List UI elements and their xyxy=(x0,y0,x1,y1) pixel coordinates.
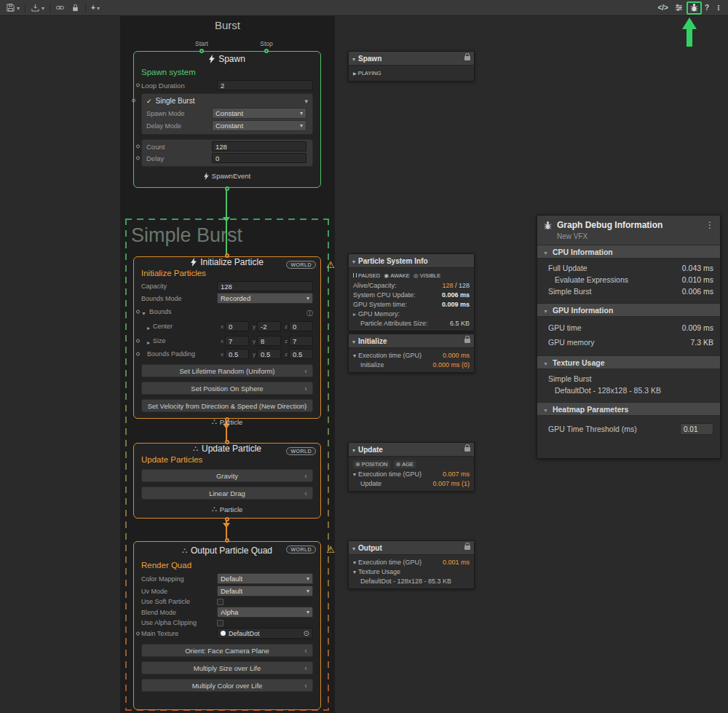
block-gravity[interactable]: Gravity xyxy=(141,469,313,482)
block-set-lifetime[interactable]: Set Lifetime Random (Uniform) xyxy=(141,364,313,377)
foldout-open-icon[interactable] xyxy=(543,248,548,256)
update-output-port[interactable] xyxy=(225,517,229,521)
output-input-port[interactable] xyxy=(225,538,229,543)
lock-icon[interactable] xyxy=(464,447,470,452)
color-mapping-dropdown[interactable]: Default xyxy=(217,573,313,584)
main-texture-object-field[interactable]: DefaultDot xyxy=(217,628,313,639)
lock-button[interactable] xyxy=(68,1,83,15)
foldout-closed-icon[interactable] xyxy=(353,310,356,318)
save-button[interactable] xyxy=(3,1,23,15)
debug-panel-header[interactable]: Graph Debug Information ⋮ New VFX xyxy=(537,216,720,245)
spawn-mode-dropdown[interactable]: Constant xyxy=(212,108,306,119)
soft-particle-checkbox[interactable] xyxy=(217,599,223,605)
initialize-input-port[interactable] xyxy=(225,253,229,258)
chevron-down-icon[interactable] xyxy=(353,559,356,566)
padding-y-field[interactable] xyxy=(257,349,281,359)
block-multiply-color[interactable]: Multiply Color over Life xyxy=(141,679,313,692)
output-node-header[interactable]: Output Particle Quad WORLD xyxy=(134,542,320,559)
center-z-field[interactable] xyxy=(289,321,313,331)
single-burst-header[interactable]: Single Burst xyxy=(146,95,308,107)
node-output-particle-quad[interactable]: ⚠ Output Particle Quad WORLD Render Quad… xyxy=(133,541,321,710)
blend-mode-dropdown[interactable]: Alpha xyxy=(217,607,313,618)
center-x-field[interactable] xyxy=(225,321,249,331)
chevron-down-icon[interactable] xyxy=(353,568,356,575)
node-initialize-particle[interactable]: ⚠ Initialize Particle WORLD Initialize P… xyxy=(133,256,321,419)
foldout-open-icon[interactable] xyxy=(543,358,548,367)
alpha-clipping-checkbox[interactable] xyxy=(217,620,223,626)
graph-canvas[interactable]: Burst Simple Burst Start Stop Spawn xyxy=(0,16,728,713)
spawn-node-header[interactable]: Spawn xyxy=(134,52,320,66)
update-input-port[interactable] xyxy=(225,440,229,444)
debug-bug-button[interactable] xyxy=(687,1,702,15)
object-picker-icon[interactable] xyxy=(304,629,309,637)
bounds-mode-dropdown[interactable]: Recorded xyxy=(217,293,313,304)
gpu-time-threshold-field[interactable] xyxy=(680,423,713,435)
size-y-field[interactable] xyxy=(257,336,281,346)
update-node-header[interactable]: Update Particle WORLD xyxy=(134,444,320,454)
block-set-position[interactable]: Set Position On Sphere xyxy=(141,382,313,395)
input-port-icon[interactable] xyxy=(132,99,135,103)
section-cpu-information[interactable]: CPU Information xyxy=(537,245,720,259)
padding-x-field[interactable] xyxy=(225,349,249,359)
chevron-down-icon[interactable] xyxy=(353,352,356,359)
block-linear-drag[interactable]: Linear Drag xyxy=(141,487,313,500)
input-port-icon[interactable] xyxy=(136,145,140,149)
chevron-down-icon[interactable] xyxy=(304,97,308,105)
chevron-down-icon[interactable] xyxy=(352,337,355,345)
section-heatmap-parameters[interactable]: Heatmap Parameters xyxy=(537,402,720,416)
section-gpu-information[interactable]: GPU Information xyxy=(537,303,720,317)
code-view-button[interactable]: </> xyxy=(654,1,670,15)
chevron-down-icon[interactable] xyxy=(352,446,355,454)
add-button[interactable]: + xyxy=(88,1,103,15)
spawn-stop-port[interactable] xyxy=(264,49,269,53)
lock-icon[interactable] xyxy=(464,339,470,343)
panel-initialize-header[interactable]: Initialize xyxy=(349,334,474,348)
foldout-open-icon[interactable] xyxy=(543,306,548,315)
panel-output-header[interactable]: Output xyxy=(349,541,474,555)
section-texture-usage[interactable]: Texture Usage xyxy=(537,355,720,369)
chevron-down-icon[interactable] xyxy=(353,470,356,478)
node-update-particle[interactable]: Update Particle WORLD Update Particles G… xyxy=(133,443,321,519)
spawn-start-port[interactable] xyxy=(199,49,204,53)
delay-mode-dropdown[interactable]: Constant xyxy=(212,120,306,131)
block-multiply-size[interactable]: Multiply Size over Life xyxy=(141,661,313,674)
chevron-down-icon[interactable] xyxy=(352,257,355,265)
count-field[interactable] xyxy=(212,141,306,151)
chevron-down-icon[interactable] xyxy=(352,55,355,63)
input-port-icon[interactable] xyxy=(136,310,140,314)
initialize-output-port[interactable] xyxy=(225,417,229,422)
size-x-field[interactable] xyxy=(225,336,249,346)
foldout-open-icon[interactable] xyxy=(543,405,548,414)
more-menu-button[interactable]: ⋮ xyxy=(712,1,725,15)
center-y-field[interactable] xyxy=(257,321,281,331)
node-spawn[interactable]: Start Stop Spawn Spawn system Loop Durat… xyxy=(133,51,321,188)
panel-update-header[interactable]: Update xyxy=(349,443,474,457)
spawn-output-port[interactable] xyxy=(225,186,229,191)
chevron-down-icon[interactable] xyxy=(352,544,355,552)
save-as-button[interactable] xyxy=(28,1,47,15)
uv-mode-dropdown[interactable]: Default xyxy=(217,586,313,596)
loop-duration-field[interactable] xyxy=(217,80,313,90)
lock-icon[interactable] xyxy=(464,545,470,550)
input-port-icon[interactable] xyxy=(136,157,140,160)
help-button[interactable]: ? xyxy=(702,1,712,15)
input-port-icon[interactable] xyxy=(136,631,140,635)
lock-icon[interactable] xyxy=(464,56,470,60)
panel-spawn-header[interactable]: Spawn xyxy=(349,52,474,66)
info-icon[interactable] xyxy=(306,305,313,318)
foldout-open-icon[interactable] xyxy=(141,305,146,318)
input-port-icon[interactable] xyxy=(136,352,140,356)
input-port-icon[interactable] xyxy=(136,339,140,343)
input-port-icon[interactable] xyxy=(136,84,140,87)
capacity-field[interactable] xyxy=(217,281,313,291)
single-burst-block[interactable]: Single Burst Spawn Mode Constant Delay M… xyxy=(141,93,313,135)
control-sliders-button[interactable] xyxy=(671,1,687,15)
block-orient[interactable]: Orient: Face Camera Plane xyxy=(141,644,313,657)
initialize-node-header[interactable]: Initialize Particle WORLD xyxy=(134,257,320,267)
block-set-velocity[interactable]: Set Velocity from Direction & Speed (New… xyxy=(141,399,313,412)
padding-z-field[interactable] xyxy=(289,349,313,359)
size-z-field[interactable] xyxy=(289,336,313,346)
kebab-menu-icon[interactable]: ⋮ xyxy=(705,220,714,230)
delay-field[interactable] xyxy=(212,153,306,163)
link-button[interactable] xyxy=(52,1,68,15)
